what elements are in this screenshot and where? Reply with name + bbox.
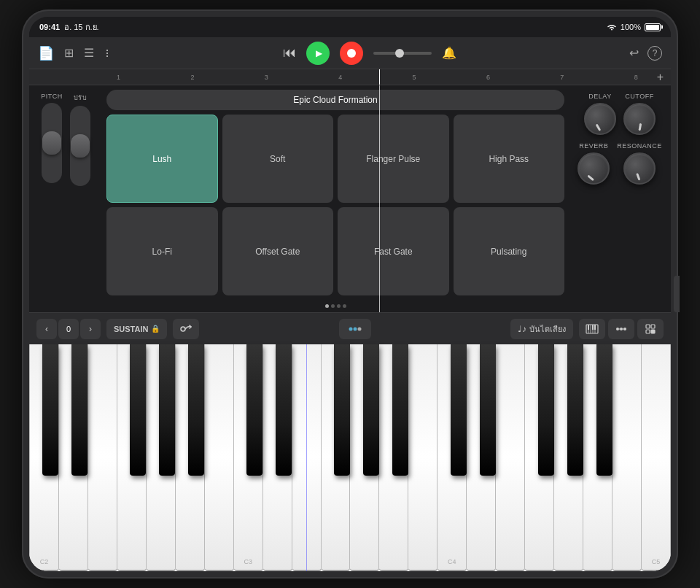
key-csharp3[interactable] <box>246 344 262 476</box>
settings-view-button[interactable] <box>637 319 664 339</box>
sustain-label: SUSTAIN <box>114 325 148 333</box>
key-dsharp2[interactable] <box>71 344 88 476</box>
battery-percent: 100% <box>621 23 641 31</box>
ruler-mark-6: 6 <box>486 74 490 81</box>
key-e2[interactable] <box>88 344 117 571</box>
tune-slider-container: ปรับ <box>70 93 90 186</box>
timeline-ruler: 1 2 3 4 5 6 7 8 + <box>29 69 671 85</box>
play-button[interactable]: ▶ <box>306 42 330 65</box>
key-b4[interactable] <box>612 344 642 571</box>
reverb-knob[interactable] <box>578 152 610 185</box>
nav-next-icon: › <box>89 324 92 334</box>
track-name: Epic Cloud Formation <box>293 95 377 105</box>
controls-bar: ‹ 0 › SUSTAIN 🔒 <box>29 312 671 344</box>
document-icon[interactable]: 📄 <box>38 45 54 61</box>
pitch-slider[interactable] <box>42 103 62 183</box>
key-asharp2[interactable] <box>188 344 204 476</box>
key-c5[interactable]: C5 <box>642 344 671 571</box>
key-b3[interactable] <box>408 344 438 571</box>
keyboard-view-button[interactable] <box>579 319 605 339</box>
play-icon: ▶ <box>316 48 322 58</box>
status-time: 09:41 <box>39 23 60 31</box>
key-fsharp4[interactable] <box>538 344 554 476</box>
key-e3[interactable] <box>292 344 322 571</box>
key-asharp3[interactable] <box>392 344 408 476</box>
key-gsharp2[interactable] <box>159 344 175 476</box>
svg-point-12 <box>616 328 619 330</box>
dot-1 <box>325 304 329 308</box>
pitch-label: PITCH <box>41 93 63 100</box>
sustain-button[interactable]: SUSTAIN 🔒 <box>106 319 167 339</box>
list-icon[interactable]: ☰ <box>84 46 94 60</box>
record-button[interactable] <box>340 42 363 65</box>
keyboard-icon <box>586 324 599 334</box>
key-e4[interactable] <box>496 344 525 571</box>
key-gsharp3[interactable] <box>363 344 379 476</box>
toolbar-left: 📄 ⊞ ☰ ⫶ <box>38 45 110 61</box>
pad-label-lofi: Lo-Fi <box>152 247 172 257</box>
key-fsharp3[interactable] <box>334 344 350 476</box>
add-track-button[interactable]: + <box>657 71 664 84</box>
arpeggio-icon <box>179 323 192 335</box>
key-csharp4[interactable] <box>451 344 467 476</box>
resonance-knob[interactable] <box>623 152 656 185</box>
ruler-mark-8: 8 <box>634 74 638 81</box>
delay-label: DELAY <box>588 93 611 100</box>
record-style-button[interactable] <box>173 319 199 339</box>
page-dots <box>106 304 564 308</box>
pad-offsetgate[interactable]: Offset Gate <box>222 207 334 295</box>
pad-label-flanger: Flanger Pulse <box>366 154 420 164</box>
chord-icon <box>615 324 627 334</box>
knobs-bottom-row: REVERB RESONANCE <box>576 142 664 185</box>
volume-button[interactable] <box>674 276 680 312</box>
right-ctrl-group <box>579 319 664 339</box>
svg-point-0 <box>181 327 185 331</box>
ruler-marks: 1 2 3 4 5 6 7 8 <box>102 74 653 81</box>
right-panel: DELAY CUTOFF REVERB <box>569 85 671 312</box>
toolbar-center: ⏮ ▶ 🔔 <box>283 42 456 65</box>
pad-label-fastgate: Fast Gate <box>374 247 413 257</box>
chord-view-button[interactable] <box>608 319 634 339</box>
reverb-label: REVERB <box>579 142 608 150</box>
pad-lofi[interactable]: Lo-Fi <box>106 207 218 295</box>
key-fsharp2[interactable] <box>130 344 146 476</box>
metronome-icon[interactable]: 🔔 <box>442 46 456 60</box>
tune-slider[interactable] <box>70 106 90 186</box>
pad-fastgate[interactable]: Fast Gate <box>338 207 449 295</box>
ipad-frame: 09:41 อ. 15 ก.ย. 100% 📄 <box>22 9 678 579</box>
key-csharp2[interactable] <box>42 344 58 476</box>
svg-point-14 <box>623 328 626 330</box>
ipad-screen: 09:41 อ. 15 ก.ย. 100% 📄 <box>29 17 671 571</box>
key-asharp4[interactable] <box>596 344 612 476</box>
cutoff-knob[interactable] <box>623 103 656 135</box>
pad-soft[interactable]: Soft <box>222 115 334 203</box>
pad-pulsating[interactable]: Pulsating <box>454 207 565 295</box>
volume-slider[interactable] <box>373 52 432 55</box>
piano-keyboard[interactable]: C2 C3 C4 <box>29 344 671 571</box>
scale-button[interactable]: ♩♪ บันไดเสียง <box>510 319 573 339</box>
nav-next-button[interactable]: › <box>80 319 101 339</box>
left-panel: PITCH ปรับ <box>29 85 102 312</box>
key-label-c5: C5 <box>642 558 670 565</box>
mixer-icon[interactable]: ⫶ <box>104 47 110 60</box>
nav-prev-button[interactable]: ‹ <box>36 319 57 339</box>
pad-highpass[interactable]: High Pass <box>454 115 565 203</box>
key-b2[interactable] <box>205 344 234 571</box>
scale-label: บันไดเสียง <box>529 322 566 336</box>
layers-icon[interactable]: ⊞ <box>64 46 74 60</box>
key-label-c3: C3 <box>234 558 262 565</box>
svg-rect-11 <box>594 325 596 330</box>
help-icon[interactable]: ? <box>648 46 662 61</box>
delay-knob[interactable] <box>584 103 616 135</box>
pad-flanger[interactable]: Flanger Pulse <box>338 115 449 203</box>
key-gsharp4[interactable] <box>567 344 583 476</box>
svg-rect-18 <box>651 325 655 328</box>
undo-icon[interactable]: ↩ <box>629 46 639 60</box>
svg-rect-17 <box>646 325 650 328</box>
key-dsharp4[interactable] <box>480 344 496 476</box>
arpeggio-button[interactable] <box>339 319 371 339</box>
key-dsharp3[interactable] <box>276 344 292 476</box>
pad-lush[interactable]: Lush <box>106 115 218 203</box>
rewind-button[interactable]: ⏮ <box>283 45 296 61</box>
lock-icon: 🔒 <box>151 325 160 333</box>
